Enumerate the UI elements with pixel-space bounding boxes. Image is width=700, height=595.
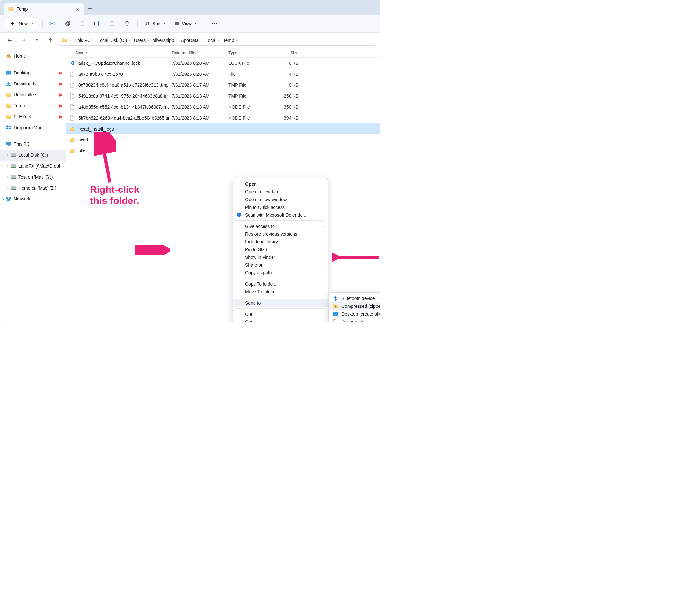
sidebar-network[interactable]: ›Network	[0, 193, 66, 204]
view-button[interactable]: View	[171, 18, 200, 29]
crumb-temp[interactable]: Temp›	[222, 38, 238, 43]
file-row[interactable]: 54918c8a-0741-4c9f-975c-20444633e8a8.tmp…	[66, 91, 380, 102]
sidebar-drive-test[interactable]: ›Test on 'Mac' (Y:)	[0, 171, 66, 182]
svg-rect-14	[11, 175, 17, 178]
file-row[interactable]: 5b7b4622-6263-4da4-bca2-a5be504b3265.tmp…	[66, 112, 380, 123]
netdrive-icon	[11, 185, 17, 191]
col-date[interactable]: ⌄Date modified	[169, 50, 226, 55]
col-size[interactable]: Size	[273, 50, 304, 55]
file-row[interactable]: fxcad_install_logs	[66, 123, 380, 134]
close-tab-button[interactable]	[74, 6, 81, 12]
ctx-pin-quick[interactable]: Pin to Quick access	[233, 203, 328, 211]
sidebar-drive-landfx[interactable]: ›LandFX (\\Mac\Dropb	[0, 161, 66, 171]
new-button[interactable]: New	[5, 18, 38, 29]
file-row[interactable]: a4dd355d-c552-4ccf-b134-4b347fc36087.tmp…	[66, 102, 380, 112]
paste-button[interactable]	[76, 18, 89, 29]
chevron-right-icon[interactable]: ›	[5, 164, 10, 168]
sidebar-thispc[interactable]: ⌄This PC	[0, 139, 66, 149]
copy-button[interactable]	[61, 18, 74, 29]
sidebar-item-flexnet[interactable]: FLEXnet📌	[0, 111, 66, 122]
file-row[interactable]: pkg	[66, 145, 380, 156]
ctx-move-to[interactable]: Move To folder...	[233, 288, 328, 295]
crumb-c[interactable]: Local Disk (C:)›	[96, 38, 131, 43]
ctx-defender[interactable]: Scan with Microsoft Defender...	[233, 211, 328, 219]
file-row[interactable]: adsk_IPCUpdaterChannel.lock7/31/2023 8:2…	[66, 58, 380, 69]
ctx-include-library[interactable]: Include in library›	[233, 238, 328, 246]
share-button[interactable]	[106, 18, 119, 29]
cut-button[interactable]	[47, 18, 59, 29]
file-size: 894 KB	[273, 115, 304, 120]
sort-label: Sort	[152, 21, 161, 26]
ctx-copy-to[interactable]: Copy To folder...	[233, 280, 328, 288]
sendto-bluetooth[interactable]: Bluetooth device	[329, 294, 380, 302]
file-type: TMP File	[226, 93, 273, 98]
ctx-send-to[interactable]: Send to›	[233, 299, 328, 307]
sidebar-drive-c[interactable]: ›Local Disk (C:)	[0, 149, 66, 161]
sendto-desktop[interactable]: Desktop (create shortcut)	[329, 310, 380, 318]
crumb-user[interactable]: olivershipp›	[151, 38, 179, 43]
sendto-compressed[interactable]: Compressed (zipped) folder	[329, 302, 380, 310]
ctx-open[interactable]: Open	[233, 180, 328, 188]
chevron-right-icon[interactable]: ›	[5, 175, 10, 179]
crumb-appdata[interactable]: AppData›	[180, 38, 203, 43]
zip-folder-icon	[332, 303, 338, 309]
chevron-right-icon[interactable]: ›	[1, 197, 5, 201]
pin-icon: 📌	[56, 113, 63, 120]
sidebar-drive-home[interactable]: ›Home on 'Mac' (Z:)	[0, 182, 66, 193]
ctx-share-on[interactable]: Share on›	[233, 261, 328, 269]
file-date: 7/31/2023 8:17 AM	[169, 83, 226, 88]
sidebar-home[interactable]: Home	[0, 51, 66, 62]
sort-button[interactable]: Sort	[142, 18, 169, 29]
file-row[interactable]: 0c780234-c8cf-4ea0-a51b-c7223f6e313f.tmp…	[66, 80, 380, 91]
file-size: 350 KB	[273, 105, 304, 110]
sidebar-item-downloads[interactable]: Downloads📌	[0, 78, 66, 89]
svg-rect-19	[9, 197, 11, 199]
ctx-copy[interactable]: Copy	[233, 318, 328, 322]
chevron-right-icon: ›	[323, 301, 324, 305]
file-row[interactable]: acad	[66, 134, 380, 145]
address-bar[interactable]: › This PC› Local Disk (C:)› Users› olive…	[59, 35, 375, 46]
ctx-copy-path[interactable]: Copy as path	[233, 269, 328, 277]
tab-title: Temp	[17, 6, 28, 11]
more-button[interactable]	[208, 18, 221, 29]
ctx-open-new-tab[interactable]: Open in new tab	[233, 188, 328, 196]
sort-indicator-icon: ⌄	[196, 49, 199, 52]
up-button[interactable]	[45, 35, 56, 46]
file-name: 5b7b4622-6263-4da4-bca2-a5be504b3265.tmp…	[78, 115, 169, 120]
sidebar-item-desktop[interactable]: Desktop📌	[0, 67, 66, 78]
sidebar-item-temp[interactable]: Temp📌	[0, 100, 66, 111]
ctx-cut[interactable]: Cut	[233, 310, 328, 318]
file-size: 258 KB	[273, 93, 304, 98]
back-button[interactable]	[5, 35, 15, 46]
recent-button[interactable]	[32, 35, 42, 46]
forward-button[interactable]	[18, 35, 29, 46]
col-type[interactable]: Type	[226, 50, 273, 55]
sidebar-item-dropbox[interactable]: Dropbox (Mac)	[0, 122, 66, 133]
pin-icon: 📌	[56, 69, 63, 76]
delete-button[interactable]	[120, 18, 133, 29]
new-tab-button[interactable]	[84, 3, 96, 15]
ctx-give-access[interactable]: Give access to›	[233, 222, 328, 230]
chevron-right-icon[interactable]: ›	[5, 153, 10, 157]
sendto-documents[interactable]: Documents	[329, 318, 380, 322]
sidebar-item-uninstallers[interactable]: Uninstallers📌	[0, 89, 66, 100]
chevron-right-icon[interactable]: ›	[5, 186, 10, 190]
crumb-users[interactable]: Users›	[133, 38, 150, 43]
file-row[interactable]: a673-a9b3-e7e5-26707/31/2023 8:28 AMFile…	[66, 69, 380, 80]
ctx-restore[interactable]: Restore previous versions	[233, 230, 328, 238]
crumb-local[interactable]: Local›	[204, 38, 221, 43]
chevron-right-icon: ›	[323, 224, 324, 228]
chevron-down-icon	[194, 23, 197, 24]
crumb-caret[interactable]: ›	[68, 38, 72, 42]
chevron-down-icon[interactable]: ⌄	[1, 142, 5, 146]
file-icon	[69, 71, 75, 77]
ctx-open-new-window[interactable]: Open in new window	[233, 196, 328, 203]
dropbox-icon	[6, 125, 11, 130]
rename-button[interactable]	[91, 18, 104, 29]
crumb-thispc[interactable]: This PC›	[73, 38, 95, 43]
tab-temp[interactable]: Temp	[4, 3, 84, 15]
trash-icon	[124, 21, 130, 26]
col-name[interactable]: Name	[66, 50, 169, 55]
ctx-pin-start[interactable]: Pin to Start	[233, 246, 328, 253]
ctx-show-finder[interactable]: Show in Finder	[233, 253, 328, 261]
